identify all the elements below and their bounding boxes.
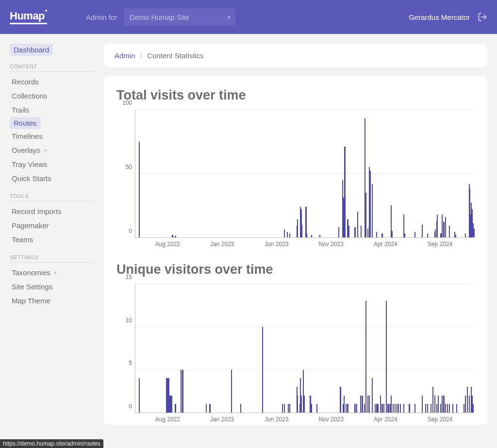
sidebar-item-pagemaker[interactable]: Pagemaker [10,218,94,232]
chart-bar [445,404,446,413]
chart-bar [414,404,415,413]
breadcrumb-root[interactable]: Admin [115,51,135,60]
chart-bar [381,233,382,237]
sidebar-item-site-settings[interactable]: Site Settings [10,280,94,294]
sidebar-item-dashboard[interactable]: Dashboard [10,44,53,56]
caret-down-icon: ▾ [54,270,57,275]
logout-icon[interactable] [478,12,487,22]
sidebar-item-collections[interactable]: Collections [10,89,94,103]
chart-bar [393,404,394,413]
chart-bar [436,404,437,413]
y-tick-label: 0 [129,228,132,234]
sidebar-item-record-imports[interactable]: Record Imports [10,204,94,218]
chart-bar [284,404,285,413]
chart-bar [464,404,464,413]
y-tick-label: 15 [126,274,132,281]
site-selector[interactable]: Demo Humap Site ▾ [124,8,235,26]
chart-bar [447,404,448,413]
x-tick-label: Aug 2022 [155,416,180,423]
sidebar-item-label: Routes [14,119,37,127]
chart-bar [409,404,410,413]
chart-bar [344,396,345,413]
chart-bar [139,378,140,413]
sidebar-item-trails[interactable]: Trails [10,103,94,117]
sidebar-item-label: Tray Views [12,160,47,168]
chart-bar [301,225,302,237]
chart-bar [383,404,384,413]
sidebar-item-label: Quick Starts [12,174,51,183]
sidebar-item-overlays[interactable]: Overlays▾ [10,143,94,157]
chart-bar [347,404,348,413]
chart-bar [354,404,355,413]
chart-bar [465,233,466,237]
sidebar-item-tray-views[interactable]: Tray Views [10,157,94,171]
chart-bar [403,404,404,413]
chart-bar [357,212,358,237]
sidebar-item-taxonomies[interactable]: Taxonomies▾ [10,265,94,280]
sidebar-item-label: Collections [12,92,47,100]
x-tick-label: Aug 2022 [155,241,180,248]
logo[interactable]: Humap [10,10,47,24]
chart-bar [473,229,474,237]
sidebar-item-map-theme[interactable]: Map Theme [10,294,94,308]
chart-bar [435,230,436,237]
sidebar-item-quick-starts[interactable]: Quick Starts [10,171,94,185]
chart-bar [365,193,366,237]
user-name[interactable]: Gerardus Mercator [409,13,470,21]
chart-bar [175,236,176,237]
chart-bar [443,396,444,413]
chart-bar [372,184,373,237]
y-tick-label: 10 [126,317,132,324]
sidebar-item-label: Records [12,78,39,86]
chart-bar [182,370,183,413]
chart-bar [316,404,317,413]
chart-bar [422,396,423,413]
breadcrumb-current: Content Statistics [147,51,204,60]
chart-bar [354,227,355,237]
chart-bar [388,404,389,413]
chart-title-2: Unique visitors over time [116,262,475,277]
y-tick-label: 5 [129,360,132,366]
chart-bar [172,235,173,237]
chart-bar [288,404,289,413]
sidebar-item-timelines[interactable]: Timelines [10,129,94,143]
chart-bar [427,233,428,237]
chart-bar [340,387,341,413]
chart-bar [289,233,290,237]
chart-bar [369,396,370,413]
chart-bar [348,226,349,237]
chevron-down-icon: ▾ [228,14,231,20]
sidebar-item-records[interactable]: Records [10,75,94,89]
sidebar-item-label: Dashboard [14,46,49,54]
chart-bar [338,227,339,237]
chart-bar [455,235,456,237]
sidebar-item-routes[interactable]: Routes [10,117,41,129]
chart-bar [456,404,457,413]
sidebar-item-teams[interactable]: Teams [10,232,94,247]
chart-bar [376,232,377,237]
y-tick-label: 50 [126,164,132,170]
x-tick-label: Jun 2023 [265,241,288,248]
sidebar-group-title: CONTENT [10,64,94,72]
chart-bar [231,370,232,413]
chart-bar [346,404,347,413]
sidebar-item-label: Teams [12,235,33,244]
chart-bar [386,301,387,413]
chart-bar [284,230,285,237]
x-tick-label: Apr 2024 [374,416,398,423]
sidebar-item-label: Taxonomies [12,268,50,277]
chart-bar [175,404,176,413]
chart-bar [361,226,362,237]
chart-bar [344,147,345,237]
x-tick-label: Apr 2024 [374,241,398,248]
chart-bar [442,396,443,413]
x-tick-label: Nov 2023 [318,416,343,423]
chart-bar [356,404,357,413]
chart-bar [301,396,302,413]
sidebar-item-label: Overlays [12,146,40,154]
chart-bar [449,226,450,237]
chart-unique-visitors: 051015Aug 2022Jan 2023Jun 2023Nov 2023Ap… [116,284,475,425]
sidebar-item-label: Map Theme [12,297,50,305]
chart-bar [397,404,398,413]
chart-bar [319,235,320,237]
